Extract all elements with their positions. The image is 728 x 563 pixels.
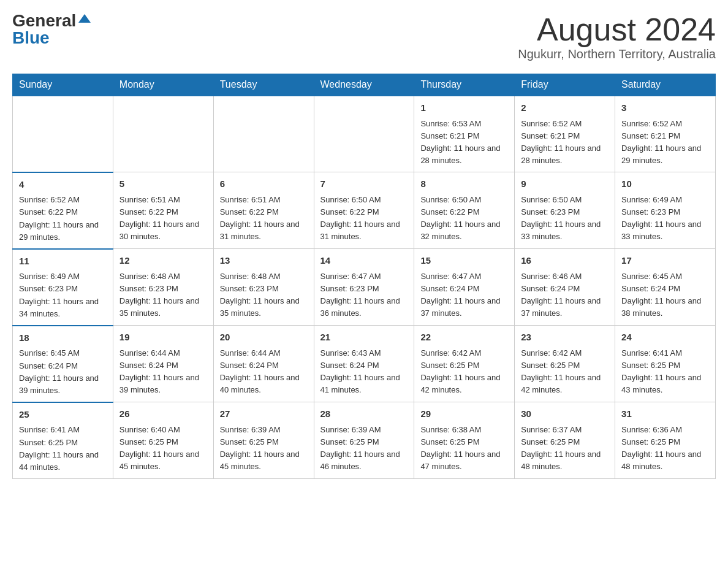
day-info: Sunrise: 6:45 AMSunset: 6:24 PMDaylight:…: [621, 270, 709, 320]
day-info: Sunrise: 6:36 AMSunset: 6:25 PMDaylight:…: [621, 424, 709, 473]
calendar-cell: 2Sunrise: 6:52 AMSunset: 6:21 PMDaylight…: [515, 96, 615, 172]
day-info: Sunrise: 6:42 AMSunset: 6:25 PMDaylight:…: [521, 347, 609, 397]
weekday-header-monday: Monday: [113, 74, 213, 96]
calendar-cell: 3Sunrise: 6:52 AMSunset: 6:21 PMDaylight…: [615, 96, 716, 172]
weekday-header-tuesday: Tuesday: [213, 74, 314, 96]
calendar-cell: 19Sunrise: 6:44 AMSunset: 6:24 PMDayligh…: [113, 326, 213, 402]
day-info: Sunrise: 6:48 AMSunset: 6:23 PMDaylight:…: [119, 270, 207, 320]
day-number: 8: [420, 177, 508, 191]
page-header: General Blue August 2024 Ngukurr, Northe…: [12, 12, 716, 61]
calendar-cell: 16Sunrise: 6:46 AMSunset: 6:24 PMDayligh…: [515, 249, 615, 326]
day-number: 13: [220, 254, 308, 268]
day-number: 17: [621, 254, 709, 268]
logo-triangle-icon: [78, 14, 91, 23]
calendar-cell: 8Sunrise: 6:50 AMSunset: 6:22 PMDaylight…: [414, 172, 515, 249]
day-number: 7: [320, 177, 408, 191]
calendar-cell: 12Sunrise: 6:48 AMSunset: 6:23 PMDayligh…: [113, 249, 213, 326]
month-title: August 2024: [518, 12, 716, 47]
day-info: Sunrise: 6:47 AMSunset: 6:24 PMDaylight:…: [420, 270, 508, 320]
day-info: Sunrise: 6:40 AMSunset: 6:25 PMDaylight:…: [119, 424, 207, 473]
day-info: Sunrise: 6:50 AMSunset: 6:22 PMDaylight:…: [320, 194, 408, 243]
day-info: Sunrise: 6:45 AMSunset: 6:24 PMDaylight:…: [19, 347, 107, 397]
title-block: August 2024 Ngukurr, Northern Territory,…: [518, 12, 716, 61]
day-info: Sunrise: 6:52 AMSunset: 6:21 PMDaylight:…: [521, 118, 609, 167]
day-number: 20: [220, 331, 308, 345]
day-number: 30: [521, 407, 609, 421]
day-info: Sunrise: 6:41 AMSunset: 6:25 PMDaylight:…: [19, 424, 107, 473]
day-number: 27: [220, 407, 308, 421]
day-number: 9: [521, 177, 609, 191]
day-info: Sunrise: 6:50 AMSunset: 6:22 PMDaylight:…: [420, 194, 508, 243]
day-info: Sunrise: 6:51 AMSunset: 6:22 PMDaylight:…: [220, 194, 308, 243]
day-info: Sunrise: 6:53 AMSunset: 6:21 PMDaylight:…: [420, 118, 508, 167]
calendar-cell: 24Sunrise: 6:41 AMSunset: 6:25 PMDayligh…: [615, 326, 716, 402]
weekday-header-friday: Friday: [515, 74, 615, 96]
day-number: 14: [320, 254, 408, 268]
day-number: 16: [521, 254, 609, 268]
day-info: Sunrise: 6:50 AMSunset: 6:23 PMDaylight:…: [521, 194, 609, 243]
calendar-cell: 10Sunrise: 6:49 AMSunset: 6:23 PMDayligh…: [615, 172, 716, 249]
calendar-cell: [113, 96, 213, 172]
day-number: 11: [19, 255, 107, 269]
weekday-header-thursday: Thursday: [414, 74, 515, 96]
logo-general: General: [12, 12, 76, 29]
calendar-cell: [13, 96, 113, 172]
day-number: 10: [621, 177, 709, 191]
day-number: 19: [119, 331, 207, 345]
day-info: Sunrise: 6:49 AMSunset: 6:23 PMDaylight:…: [621, 194, 709, 243]
calendar-cell: 5Sunrise: 6:51 AMSunset: 6:22 PMDaylight…: [113, 172, 213, 249]
calendar-week-row: 1Sunrise: 6:53 AMSunset: 6:21 PMDaylight…: [13, 96, 716, 172]
day-info: Sunrise: 6:48 AMSunset: 6:23 PMDaylight:…: [220, 270, 308, 320]
weekday-header-sunday: Sunday: [13, 74, 113, 96]
day-number: 22: [420, 331, 508, 345]
location-title: Ngukurr, Northern Territory, Australia: [518, 47, 716, 61]
calendar-cell: 14Sunrise: 6:47 AMSunset: 6:23 PMDayligh…: [314, 249, 414, 326]
day-number: 28: [320, 407, 408, 421]
day-number: 2: [521, 101, 609, 115]
day-number: 26: [119, 407, 207, 421]
calendar-cell: 23Sunrise: 6:42 AMSunset: 6:25 PMDayligh…: [515, 326, 615, 402]
day-info: Sunrise: 6:51 AMSunset: 6:22 PMDaylight:…: [119, 194, 207, 243]
day-info: Sunrise: 6:37 AMSunset: 6:25 PMDaylight:…: [521, 424, 609, 473]
calendar-cell: 1Sunrise: 6:53 AMSunset: 6:21 PMDaylight…: [414, 96, 515, 172]
day-number: 4: [19, 178, 107, 192]
day-number: 15: [420, 254, 508, 268]
day-info: Sunrise: 6:52 AMSunset: 6:21 PMDaylight:…: [621, 118, 709, 167]
day-number: 12: [119, 254, 207, 268]
calendar-cell: 13Sunrise: 6:48 AMSunset: 6:23 PMDayligh…: [213, 249, 314, 326]
day-number: 5: [119, 177, 207, 191]
calendar-week-row: 11Sunrise: 6:49 AMSunset: 6:23 PMDayligh…: [13, 249, 716, 326]
calendar-week-row: 18Sunrise: 6:45 AMSunset: 6:24 PMDayligh…: [13, 326, 716, 402]
weekday-header-row: SundayMondayTuesdayWednesdayThursdayFrid…: [13, 74, 716, 96]
calendar-cell: [314, 96, 414, 172]
calendar-cell: 4Sunrise: 6:52 AMSunset: 6:22 PMDaylight…: [13, 172, 113, 249]
calendar-cell: 15Sunrise: 6:47 AMSunset: 6:24 PMDayligh…: [414, 249, 515, 326]
calendar-cell: 26Sunrise: 6:40 AMSunset: 6:25 PMDayligh…: [113, 402, 213, 479]
logo-blue: Blue: [12, 29, 50, 47]
logo: General Blue: [12, 12, 91, 47]
day-number: 21: [320, 331, 408, 345]
calendar-cell: 20Sunrise: 6:44 AMSunset: 6:24 PMDayligh…: [213, 326, 314, 402]
day-info: Sunrise: 6:44 AMSunset: 6:24 PMDaylight:…: [119, 347, 207, 397]
day-number: 24: [621, 331, 709, 345]
calendar-week-row: 25Sunrise: 6:41 AMSunset: 6:25 PMDayligh…: [13, 402, 716, 479]
weekday-header-saturday: Saturday: [615, 74, 716, 96]
calendar-cell: 28Sunrise: 6:39 AMSunset: 6:25 PMDayligh…: [314, 402, 414, 479]
calendar-week-row: 4Sunrise: 6:52 AMSunset: 6:22 PMDaylight…: [13, 172, 716, 249]
day-info: Sunrise: 6:39 AMSunset: 6:25 PMDaylight:…: [320, 424, 408, 473]
calendar-cell: 22Sunrise: 6:42 AMSunset: 6:25 PMDayligh…: [414, 326, 515, 402]
day-number: 1: [420, 101, 508, 115]
calendar-cell: 25Sunrise: 6:41 AMSunset: 6:25 PMDayligh…: [13, 402, 113, 479]
day-number: 3: [621, 101, 709, 115]
day-info: Sunrise: 6:44 AMSunset: 6:24 PMDaylight:…: [220, 347, 308, 397]
day-info: Sunrise: 6:39 AMSunset: 6:25 PMDaylight:…: [220, 424, 308, 473]
day-number: 6: [220, 177, 308, 191]
calendar-cell: 11Sunrise: 6:49 AMSunset: 6:23 PMDayligh…: [13, 249, 113, 326]
day-info: Sunrise: 6:47 AMSunset: 6:23 PMDaylight:…: [320, 270, 408, 320]
day-info: Sunrise: 6:42 AMSunset: 6:25 PMDaylight:…: [420, 347, 508, 397]
day-info: Sunrise: 6:38 AMSunset: 6:25 PMDaylight:…: [420, 424, 508, 473]
calendar-cell: [213, 96, 314, 172]
day-info: Sunrise: 6:46 AMSunset: 6:24 PMDaylight:…: [521, 270, 609, 320]
weekday-header-wednesday: Wednesday: [314, 74, 414, 96]
calendar-cell: 9Sunrise: 6:50 AMSunset: 6:23 PMDaylight…: [515, 172, 615, 249]
